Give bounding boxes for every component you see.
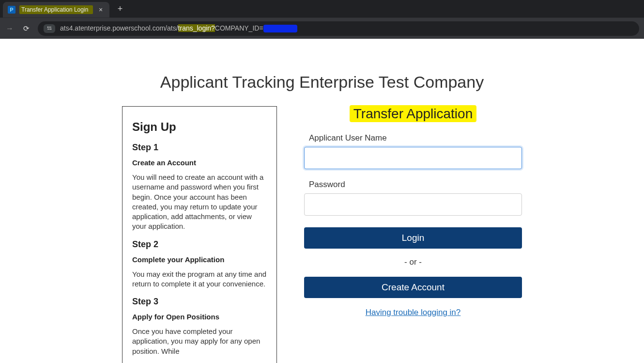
tab-title: Transfer Application Login xyxy=(19,5,93,14)
or-separator: - or - xyxy=(304,257,522,267)
signup-heading: Sign Up xyxy=(132,120,267,134)
browser-tab[interactable]: P Transfer Application Login × xyxy=(3,2,109,17)
login-button[interactable]: Login xyxy=(304,227,522,249)
transfer-heading: Transfer Application xyxy=(304,106,522,122)
browser-chrome: P Transfer Application Login × + → ⟳ ats… xyxy=(0,0,644,39)
redacted-segment xyxy=(263,25,297,32)
close-tab-icon[interactable]: × xyxy=(97,6,105,14)
login-column: Transfer Application Applicant User Name… xyxy=(304,106,522,317)
url-box[interactable]: ats4.atenterprise.powerschool.com/ats/tr… xyxy=(38,21,639,36)
favicon-icon: P xyxy=(8,6,15,14)
password-input[interactable] xyxy=(304,193,522,216)
signup-step: Step 2 Complete your Application You may… xyxy=(132,239,267,289)
company-title: Applicant Tracking Enterprise Test Compa… xyxy=(160,73,484,92)
step-subtitle: Create an Account xyxy=(132,158,267,167)
svg-point-2 xyxy=(50,28,51,29)
help-link[interactable]: Having trouble logging in? xyxy=(304,308,522,317)
password-label: Password xyxy=(309,180,522,189)
step-title: Step 3 xyxy=(132,297,267,307)
svg-rect-3 xyxy=(47,29,50,29)
svg-rect-1 xyxy=(49,27,51,27)
step-subtitle: Apply for Open Positions xyxy=(132,313,267,321)
new-tab-button[interactable]: + xyxy=(114,4,126,14)
reload-icon[interactable]: ⟳ xyxy=(21,24,31,33)
forward-icon[interactable]: → xyxy=(5,24,15,33)
username-label: Applicant User Name xyxy=(309,133,522,143)
url-text: ats4.atenterprise.powerschool.com/ats/tr… xyxy=(60,24,297,32)
step-title: Step 1 xyxy=(132,142,267,153)
step-body: You will need to create an account with … xyxy=(132,173,267,232)
content-row: Sign Up Step 1 Create an Account You wil… xyxy=(122,106,522,363)
signup-box: Sign Up Step 1 Create an Account You wil… xyxy=(122,106,277,363)
create-account-button[interactable]: Create Account xyxy=(304,277,522,298)
svg-point-0 xyxy=(47,26,48,27)
step-title: Step 2 xyxy=(132,239,267,250)
site-settings-icon[interactable] xyxy=(44,24,55,33)
step-body: Once you have completed your application… xyxy=(132,327,267,356)
signup-step: Step 1 Create an Account You will need t… xyxy=(132,142,267,232)
username-input[interactable] xyxy=(304,147,522,169)
page-content: Applicant Tracking Enterprise Test Compa… xyxy=(0,39,644,363)
signup-step: Step 3 Apply for Open Positions Once you… xyxy=(132,297,267,356)
step-body: You may exit the program at any time and… xyxy=(132,269,267,289)
tab-bar: P Transfer Application Login × + xyxy=(0,0,644,17)
address-bar: → ⟳ ats4.atenterprise.powerschool.com/at… xyxy=(0,17,644,39)
step-subtitle: Complete your Application xyxy=(132,255,267,264)
